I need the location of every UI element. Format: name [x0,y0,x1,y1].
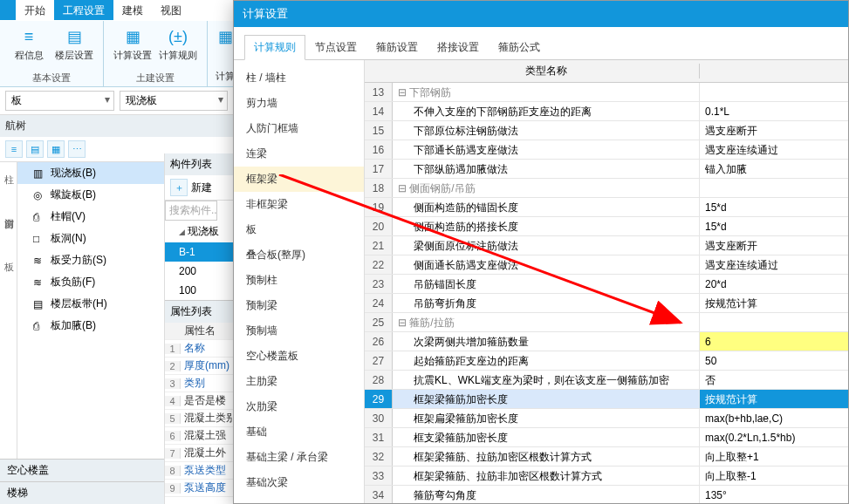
rule-row[interactable]: 23吊筋锚固长度20*d [365,275,848,294]
rule-value[interactable]: 15*d [700,198,848,216]
rule-row[interactable]: 34箍筋弯勾角度135° [365,486,848,503]
calc-rules-button[interactable]: (±) 计算规则 [156,24,200,62]
rule-value[interactable]: 向上取整+1 [700,447,848,466]
dialog-tree[interactable]: 柱 / 墙柱剪力墙人防门框墙连梁框架梁非框架梁板叠合板(整厚)预制柱预制梁预制墙… [234,60,365,503]
rule-value[interactable]: 遇支座断开 [700,121,848,140]
member-search-input[interactable]: 搜索构件... [165,201,217,221]
member-parent[interactable]: 现浇板 [165,221,233,242]
tree-item[interactable]: 连梁 [234,141,364,167]
collapse-icon[interactable]: ▤ [26,140,44,158]
subcategory-select[interactable]: 现浇板 [120,91,229,111]
property-row[interactable]: 8泵送类型 [165,462,233,480]
rule-value[interactable]: 否 [700,371,848,389]
floor-settings-button[interactable]: ▤ 楼层设置 [52,24,96,62]
property-row[interactable]: 1名称 [165,340,233,358]
ribbon-tab-view[interactable]: 视图 [152,0,190,20]
rule-row[interactable]: 19侧面构造筋的锚固长度15*d [365,198,848,217]
project-info-button[interactable]: ≡ 程信息 [7,24,51,62]
rule-row[interactable]: 27起始箍筋距支座边的距离50 [365,351,848,371]
rule-value[interactable]: 50 [700,351,848,370]
rule-value[interactable]: 15*d [700,217,848,235]
rule-row[interactable]: 16下部通长筋遇支座做法遇支座连续通过 [365,140,848,160]
tree-item[interactable]: 柱 / 墙柱 [234,65,364,91]
rule-row[interactable]: 21梁侧面原位标注筋做法遇支座断开 [365,236,848,255]
rule-value[interactable] [700,179,848,197]
app-menu-icon[interactable] [0,0,16,20]
tree-item[interactable]: 基础次梁 [234,470,364,495]
dialog-tab[interactable]: 计算规则 [244,35,305,60]
rule-value[interactable]: 锚入加腋 [700,160,848,178]
dialog-tab[interactable]: 节点设置 [305,35,366,60]
rule-row[interactable]: 24吊筋弯折角度按规范计算 [365,294,848,313]
rule-row[interactable]: 22侧面通长筋遇支座做法遇支座连续通过 [365,255,848,275]
rule-row[interactable]: 25箍筋/拉筋 [365,313,848,332]
rule-value[interactable]: 6 [700,332,848,351]
property-row[interactable]: 3类别 [165,375,233,392]
tree-item[interactable]: 叠合板(整厚) [234,242,364,268]
rule-row[interactable]: 30框架扁梁箍筋加密长度max(b+hb,lae,C) [365,409,848,428]
rule-value[interactable] [700,83,848,101]
tree-item[interactable]: 板 [234,217,364,242]
new-button[interactable]: 新建 [191,180,212,195]
ribbon-tab-project-settings[interactable]: 工程设置 [54,0,113,20]
vtab-opening[interactable]: 门窗洞 [2,211,16,246]
tree-item[interactable]: 框架梁 [234,167,364,192]
rule-row[interactable]: 32框架梁箍筋、拉筋加密区根数计算方式向上取整+1 [365,447,848,467]
property-row[interactable]: 6混凝土强 [165,427,233,445]
rule-row[interactable]: 26次梁两侧共增加箍筋数量6 [365,332,848,351]
rule-value[interactable] [700,313,848,331]
ribbon-tab-start[interactable]: 开始 [16,0,54,20]
rule-value[interactable]: max(b+hb,lae,C) [700,409,848,427]
rule-value[interactable]: 0.1*L [700,102,848,120]
rule-row[interactable]: 17下部纵筋遇加腋做法锚入加腋 [365,160,848,179]
grid-icon[interactable]: ▦ [47,140,65,158]
property-row[interactable]: 2厚度(mm) [165,358,233,375]
dialog-table[interactable]: 类型名称 13下部钢筋14不伸入支座的下部钢筋距支座边的距离0.1*L15下部原… [365,60,848,503]
member-item[interactable]: 100 [165,281,233,300]
tree-item[interactable]: 次肋梁 [234,394,364,419]
tree-item[interactable]: 预制柱 [234,268,364,293]
tree-item[interactable]: 人防门框墙 [234,116,364,141]
tree-item[interactable]: 空心楼盖板 [234,344,364,369]
rule-value[interactable]: 向上取整-1 [700,467,848,485]
rule-value[interactable]: 按规范计算 [700,294,848,312]
rule-row[interactable]: 20侧面构造筋的搭接长度15*d [365,217,848,236]
rule-value[interactable]: 遇支座连续通过 [700,255,848,274]
tree-item[interactable]: 预制墙 [234,318,364,344]
rule-value[interactable]: max(0.2*Ln,1.5*hb) [700,428,848,446]
member-item[interactable]: 200 [165,262,233,281]
tree-item[interactable]: 剪力墙 [234,91,364,116]
new-icon[interactable]: ＋ [170,179,188,196]
dialog-tab[interactable]: 搭接设置 [428,35,489,60]
tree-item[interactable]: 基础 [234,419,364,445]
rule-value[interactable]: 遇支座断开 [700,236,848,255]
property-row[interactable]: 4是否是楼 [165,392,233,410]
rule-value[interactable]: 20*d [700,275,848,293]
dialog-tab[interactable]: 箍筋设置 [366,35,428,60]
property-row[interactable]: 7混凝土外 [165,445,233,462]
expand-icon[interactable]: ≡ [5,140,23,158]
more-icon[interactable]: ⋯ [68,140,86,158]
category-select[interactable]: 板 [5,91,114,111]
rule-row[interactable]: 14不伸入支座的下部钢筋距支座边的距离0.1*L [365,102,848,121]
rule-row[interactable]: 13下部钢筋 [365,83,848,102]
rule-value[interactable]: 135° [700,486,848,503]
tree-item[interactable]: 基础主梁 / 承台梁 [234,445,364,470]
rule-row[interactable]: 33框架梁箍筋、拉筋非加密区根数计算方式向上取整-1 [365,467,848,486]
member-item[interactable]: B-1 [165,242,233,262]
tree-item[interactable]: 预制梁 [234,293,364,318]
rule-row[interactable]: 29框架梁箍筋加密长度按规范计算 [365,390,848,409]
property-row[interactable]: 5混凝土类别 [165,410,233,427]
rule-value[interactable]: 按规范计算 [700,390,848,408]
rule-row[interactable]: 28抗震KL、WKL端支座为梁时，则在该支座一侧箍筋加密否 [365,371,848,390]
tree-item[interactable]: 非框架梁 [234,192,364,217]
calc-settings-button[interactable]: ▦ 计算设置 [111,24,154,62]
rule-row[interactable]: 15下部原位标注钢筋做法遇支座断开 [365,121,848,140]
rule-row[interactable]: 18侧面钢筋/吊筋 [365,179,848,198]
rule-value[interactable]: 遇支座连续通过 [700,140,848,159]
rule-row[interactable]: 31框支梁箍筋加密长度max(0.2*Ln,1.5*hb) [365,428,848,447]
vtab-column[interactable]: 柱 [2,167,16,202]
vtab-slab[interactable]: 板 [2,255,16,289]
property-table[interactable]: 1名称2厚度(mm)3类别4是否是楼5混凝土类别6混凝土强7混凝土外8泵送类型9… [165,340,233,504]
property-row[interactable]: 9泵送高度 [165,480,233,497]
